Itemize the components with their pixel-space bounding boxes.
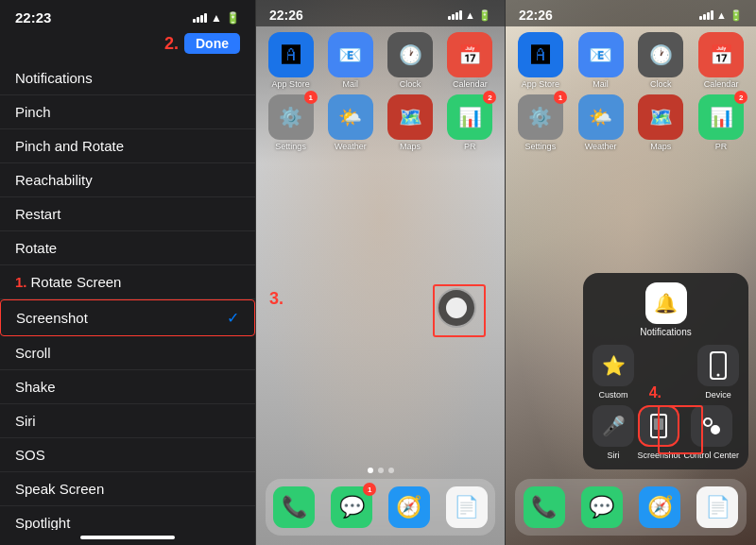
svg-point-1 — [717, 374, 720, 377]
menu-item-scroll[interactable]: Scroll — [0, 336, 255, 370]
app-label: Weather — [585, 142, 617, 151]
menu-item-label: Speak Screen — [15, 481, 104, 497]
app-icon-image: 📧 — [578, 32, 624, 77]
dock-icon-files[interactable]: 📄 — [446, 486, 488, 528]
app-label: PR — [715, 142, 728, 151]
dot — [378, 468, 384, 473]
menu-item-label: SOS — [15, 447, 45, 463]
menu-item-sos[interactable]: SOS — [0, 438, 255, 472]
badge: 2 — [734, 91, 747, 104]
right-app-icon-mail[interactable]: 📧 Mail — [574, 32, 628, 89]
dot — [388, 468, 394, 473]
app-icon-image: 🌤️ — [328, 94, 373, 140]
left-panel: 22:23 ▲ 🔋 2. Done NotificationsPinchPinc… — [0, 0, 255, 545]
app-icon-image: 🗺️ — [638, 94, 683, 140]
menu-item-label: Shake — [15, 379, 56, 395]
page-dots — [256, 468, 505, 473]
app-icon-pr[interactable]: 📊 2 PR — [443, 94, 497, 151]
battery-icon: 🔋 — [730, 9, 743, 22]
app-label: Settings — [275, 142, 306, 151]
app-icon-image: ⚙️ 1 — [518, 94, 563, 140]
menu-item-spotlight[interactable]: Spotlight — [0, 506, 255, 530]
menu-item-pinch[interactable]: Pinch — [0, 95, 255, 129]
middle-phone-header: 22:26 ▲ 🔋 — [256, 0, 505, 26]
menu-item-label: 1.Rotate Screen — [15, 274, 121, 290]
svg-point-5 — [704, 418, 712, 426]
right-app-icon-weather[interactable]: 🌤️ Weather — [574, 94, 628, 151]
menu-item-label: Restart — [15, 206, 60, 222]
dock: 📞💬1🧭📄 — [266, 479, 495, 536]
menu-item-speak-screen[interactable]: Speak Screen — [0, 472, 255, 506]
badge: 1 — [304, 91, 318, 104]
step-indicator: 1. — [15, 274, 27, 290]
right-dock-icon-messages[interactable]: 💬 — [581, 486, 623, 528]
app-icon-maps[interactable]: 🗺️ Maps — [384, 94, 438, 151]
siri-label: Siri — [608, 451, 620, 460]
menu-item-pinch-and-rotate[interactable]: Pinch and Rotate — [0, 129, 255, 163]
menu-item-screenshot[interactable]: Screenshot✓ — [0, 299, 255, 336]
wifi-icon: ▲ — [716, 9, 727, 21]
menu-item-notifications[interactable]: Notifications — [0, 61, 255, 95]
app-icon-image: 📧 — [328, 32, 373, 77]
left-status-icons: ▲ 🔋 — [193, 11, 240, 25]
menu-item-label: Pinch and Rotate — [15, 138, 124, 154]
custom-item[interactable]: ⭐ Custom — [593, 345, 634, 400]
middle-time: 22:26 — [269, 8, 303, 23]
bottom-bar — [80, 536, 175, 539]
step2-number: 2. — [164, 34, 179, 54]
notifications-icon[interactable]: 🔔 — [645, 282, 687, 324]
middle-status: ▲ 🔋 — [448, 9, 491, 22]
app-icon-calendar[interactable]: 📅 Calendar — [443, 32, 497, 89]
app-label: App Store — [272, 79, 310, 89]
app-icon-settings[interactable]: ⚙️ 1 Settings — [264, 94, 318, 151]
step3-highlight-box — [433, 284, 486, 337]
app-label: Maps — [650, 142, 671, 151]
right-app-icon-calendar[interactable]: 📅 Calendar — [694, 32, 748, 89]
device-item[interactable]: Device — [697, 345, 739, 400]
right-dock-icon-phone[interactable]: 📞 — [524, 486, 565, 528]
siri-item[interactable]: 🎤 Siri — [593, 405, 634, 460]
right-dock-icon-safari[interactable]: 🧭 — [639, 486, 680, 528]
menu-item-label: Rotate — [15, 240, 57, 256]
wifi-icon: ▲ — [211, 11, 222, 25]
battery-icon: 🔋 — [478, 9, 491, 22]
app-icon-image: 🕐 — [638, 32, 683, 77]
menu-item-label: Notifications — [15, 70, 93, 86]
menu-item-label: Siri — [15, 413, 36, 429]
right-app-icon-clock[interactable]: 🕐 Clock — [634, 32, 689, 89]
right-dock-icon-files[interactable]: 📄 — [696, 486, 738, 528]
dock-icon-safari[interactable]: 🧭 — [388, 486, 430, 528]
badge: 1 — [554, 91, 567, 104]
right-app-icon-maps[interactable]: 🗺️ Maps — [634, 94, 689, 151]
app-icon-mail[interactable]: 📧 Mail — [323, 32, 377, 89]
menu-item-rotate-screen[interactable]: 1.Rotate Screen — [0, 265, 255, 299]
done-button[interactable]: Done — [184, 33, 240, 54]
app-icon-image: 📊 2 — [447, 94, 492, 140]
menu-item-label: Scroll — [15, 345, 51, 361]
wifi-icon: ▲ — [465, 9, 475, 21]
signal-icon — [448, 10, 462, 20]
right-app-icon-appstore[interactable]: 🅰 App Store — [513, 32, 568, 89]
right-panel: 22:26 ▲ 🔋 🅰 App Store 📧 Mail 🕐 — [506, 0, 756, 545]
app-icon-image: 🌤️ — [578, 94, 624, 140]
dock-icon-messages[interactable]: 💬1 — [331, 486, 372, 528]
app-icon-weather[interactable]: 🌤️ Weather — [323, 94, 377, 151]
right-app-icon-pr[interactable]: 📊 2 PR — [694, 94, 748, 151]
right-app-icon-settings[interactable]: ⚙️ 1 Settings — [513, 94, 568, 151]
app-label: Weather — [335, 142, 367, 151]
menu-item-shake[interactable]: Shake — [0, 370, 255, 404]
menu-item-rotate[interactable]: Rotate — [0, 231, 255, 265]
app-icon-image: 📅 — [447, 32, 492, 77]
app-label: Calendar — [453, 79, 488, 89]
custom-icon: ⭐ — [593, 345, 634, 386]
app-label: App Store — [522, 79, 559, 89]
app-icon-appstore[interactable]: 🅰 App Store — [264, 32, 318, 89]
menu-item-restart[interactable]: Restart — [0, 197, 255, 231]
menu-item-siri[interactable]: Siri — [0, 404, 255, 438]
step3-label: 3. — [269, 289, 284, 309]
step4-label: 4. — [649, 384, 662, 401]
app-icon-clock[interactable]: 🕐 Clock — [384, 32, 438, 89]
dock-icon-phone[interactable]: 📞 — [273, 486, 315, 528]
menu-item-reachability[interactable]: Reachability — [0, 163, 255, 197]
left-time: 22:23 — [15, 9, 51, 26]
